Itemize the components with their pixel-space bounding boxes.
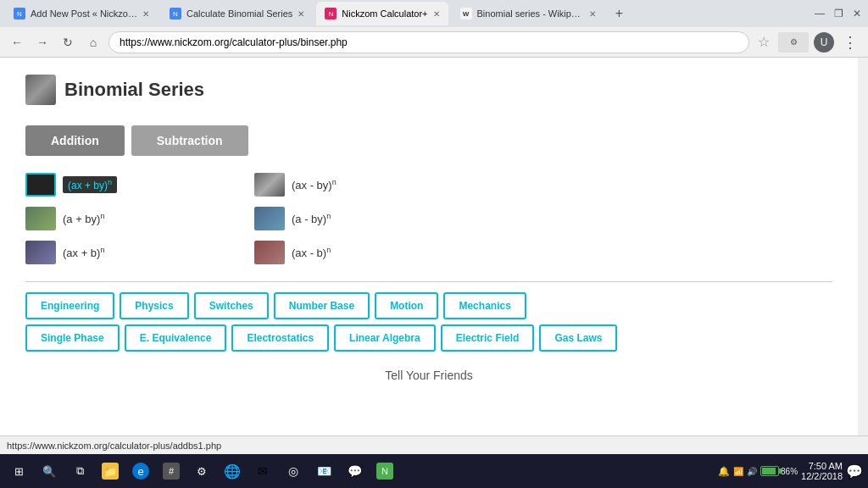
browser-content: Binomial Series Addition Subtraction (ax… [0, 58, 868, 435]
tab-2-close[interactable]: ✕ [298, 9, 304, 19]
app10-icon: 📧 [315, 463, 332, 480]
maximize-button[interactable]: ❐ [832, 8, 844, 19]
gas-laws-button[interactable]: Gas Laws [539, 324, 617, 352]
nav-row-1: Engineering Physics Switches Number Base… [25, 292, 832, 319]
page-logo [25, 75, 56, 105]
tab-1[interactable]: N Add New Post « Nickzom Blog – ✕ [5, 2, 158, 25]
minimize-button[interactable]: — [814, 8, 826, 19]
tab-4-icon: W [460, 8, 472, 19]
app9-icon: ◎ [285, 463, 302, 480]
tab-3[interactable]: N Nickzom Calculator+ ✕ [316, 2, 448, 25]
taskbar: ⊞ 🔍 ⧉ 📁 e # ⚙ 🌐 ✉ ◎ 📧 💬 N 🔔 📶 🔊 [0, 454, 868, 488]
nav-row-2: Single Phase E. Equivalence Electrostati… [25, 324, 832, 352]
sound-icon: 🔊 [747, 467, 757, 476]
action-center-icon[interactable]: 💬 [846, 463, 863, 480]
chrome-icon: 🌐 [224, 463, 241, 480]
tab-1-icon: N [14, 8, 25, 19]
formula-thumb-5 [25, 241, 56, 264]
app12-icon: N [376, 463, 393, 480]
electrostatics-button[interactable]: Electrostatics [231, 324, 329, 352]
app11-button[interactable]: 💬 [341, 458, 368, 485]
formula-thumb-6 [254, 241, 285, 264]
app10-button[interactable]: 📧 [310, 458, 337, 485]
home-button[interactable]: ⌂ [83, 32, 103, 53]
clock: 7:50 AM 12/2/2018 [801, 461, 843, 481]
e-equivalence-button[interactable]: E. Equivalence [125, 324, 227, 352]
extensions-button[interactable]: ⚙ [778, 32, 809, 53]
notification-icon[interactable]: 🔔 [718, 466, 730, 477]
formula-thumb-1 [25, 173, 56, 197]
engineering-button[interactable]: Engineering [25, 292, 114, 319]
formula-thumb-4 [254, 207, 285, 230]
bookmark-button[interactable]: ☆ [754, 32, 773, 52]
switches-button[interactable]: Switches [194, 292, 269, 319]
page-area: Binomial Series Addition Subtraction (ax… [0, 58, 858, 435]
footer-text: Tell Your Friends [25, 369, 832, 382]
window-controls: — ❐ ✕ [814, 8, 863, 19]
mail-icon: ✉ [254, 463, 271, 480]
formula-label-6: (ax - b)n [292, 246, 331, 259]
search-button[interactable]: 🔍 [36, 458, 63, 485]
start-button[interactable]: ⊞ [5, 458, 32, 485]
time-display: 7:50 AM [801, 461, 843, 471]
folder-icon: 📁 [102, 463, 119, 480]
close-button[interactable]: ✕ [851, 8, 863, 19]
calc-icon: # [163, 463, 180, 480]
tab-4[interactable]: W Binomial series - Wikipedia ✕ [452, 2, 604, 25]
profile-button[interactable]: U [814, 32, 834, 53]
task-view-button[interactable]: ⧉ [66, 458, 93, 485]
edge-icon: e [132, 463, 149, 480]
tab-3-close[interactable]: ✕ [433, 9, 440, 19]
app12-button[interactable]: N [371, 458, 398, 485]
reload-button[interactable]: ↻ [58, 32, 78, 53]
url-input[interactable] [108, 31, 749, 53]
battery-indicator: 86% [760, 466, 798, 476]
physics-button[interactable]: Physics [120, 292, 188, 319]
subtraction-tab[interactable]: Subtraction [131, 125, 248, 156]
app11-icon: 💬 [346, 463, 363, 480]
taskview-icon: ⧉ [71, 463, 88, 480]
browser-menu-button[interactable]: ⋮ [839, 33, 861, 52]
app9-button[interactable]: ◎ [280, 458, 307, 485]
status-url: https://www.nickzom.org/calculator-plus/… [7, 441, 221, 451]
calc-tabs: Addition Subtraction [25, 125, 832, 156]
taskbar-right: 🔔 📶 🔊 86% 7:50 AM 12/2/2018 💬 [718, 461, 863, 481]
formula-item-3[interactable]: (a + by)n [25, 207, 220, 230]
linear-algebra-button[interactable]: Linear Algebra [334, 324, 436, 352]
tab-2[interactable]: N Calculate Binomial Series ✕ [161, 2, 313, 25]
formula-item-1[interactable]: (ax + by)n [25, 173, 220, 197]
electric-field-button[interactable]: Electric Field [441, 324, 535, 352]
formula-thumb-2 [254, 173, 285, 197]
formula-item-2[interactable]: (ax - by)n [254, 173, 449, 197]
mail-button[interactable]: ✉ [249, 458, 276, 485]
mechanics-button[interactable]: Mechanics [443, 292, 526, 319]
formula-item-4[interactable]: (a - by)n [254, 207, 449, 230]
number-base-button[interactable]: Number Base [274, 292, 370, 319]
address-bar: ← → ↻ ⌂ ☆ ⚙ U ⋮ [0, 27, 868, 58]
motion-button[interactable]: Motion [375, 292, 438, 319]
new-tab-button[interactable]: + [608, 2, 632, 25]
formula-label-1: (ax + by)n [63, 176, 117, 193]
settings-button[interactable]: ⚙ [188, 458, 215, 485]
settings-icon: ⚙ [193, 463, 210, 480]
formula-grid: (ax + by)n (ax - by)n (a + by)n (a - by)… [25, 173, 449, 264]
formula-item-6[interactable]: (ax - b)n [254, 241, 449, 264]
tab-4-close[interactable]: ✕ [589, 9, 596, 19]
tab-1-close[interactable]: ✕ [142, 9, 149, 19]
single-phase-button[interactable]: Single Phase [25, 324, 120, 352]
formula-thumb-3 [25, 207, 56, 230]
battery-icon [760, 466, 779, 476]
date-display: 12/2/2018 [801, 471, 843, 481]
scrollbar[interactable] [858, 58, 868, 435]
formula-label-3: (a + by)n [63, 212, 104, 225]
back-button[interactable]: ← [7, 32, 27, 53]
calculator-button[interactable]: # [158, 458, 185, 485]
edge-button[interactable]: e [127, 458, 154, 485]
formula-item-5[interactable]: (ax + b)n [25, 241, 220, 264]
addition-tab[interactable]: Addition [25, 125, 125, 156]
battery-percent: 86% [781, 467, 798, 476]
network-icon: 📶 [733, 467, 743, 476]
file-explorer-button[interactable]: 📁 [97, 458, 124, 485]
chrome-button[interactable]: 🌐 [219, 458, 246, 485]
forward-button[interactable]: → [32, 32, 53, 53]
